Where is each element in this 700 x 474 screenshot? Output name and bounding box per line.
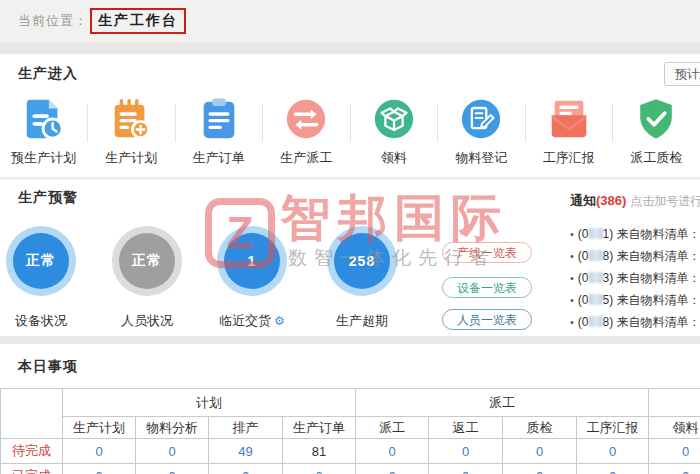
notice-item[interactable]: •(08) 来自物料清单：Su [570,311,700,333]
column-header: 返工 [429,417,503,439]
notice-hint: 点击加号进行通知 [630,194,700,208]
table-corner-cell [1,389,63,439]
document-edit-icon [458,96,504,142]
breadcrumb-prefix: 当前位置： [18,12,88,30]
gauge-near-delivery[interactable]: 1 临近交货⚙ [217,226,287,330]
entry-item-material-register[interactable]: 物料登记 [438,96,526,167]
separator-band [0,336,700,344]
entry-item-production-plan[interactable]: 生产计划 [88,96,176,167]
breadcrumb: 当前位置： 生产工作台 [0,0,700,42]
clipboard-icon [196,96,242,142]
today-section: 本日事项 计划 派工 生产计划 物料分析 排产 生产订单 派工 返工 质检 工序… [0,344,700,474]
pending-count-link[interactable]: 0 [136,439,209,464]
entry-item-label: 物料登记 [455,149,507,167]
masked-digits [589,316,603,327]
completed-count-link[interactable]: 0 [429,464,503,474]
gauge-value: 258 [334,233,390,289]
completed-count-link[interactable]: 0 [577,464,649,474]
notice-panel: 通知(386)点击加号进行通知 •(01) 来自物料清单：“飞 •(08) 来自… [570,192,700,333]
gauge-label: 人员状况 [121,312,173,330]
gauge-production-overdue[interactable]: 258 生产超期 [327,226,397,330]
gauge-label: 临近交货 [219,312,271,330]
completed-count-link[interactable]: 0 [136,464,209,474]
completed-count-link[interactable]: 0 [209,464,283,474]
entry-item-pre-production-plan[interactable]: 预生产计划 [0,96,88,167]
column-header: 领料 [649,417,700,439]
transfer-arrows-icon [283,96,329,142]
gauge-ring: 258 [327,226,397,296]
notice-item[interactable]: •(08) 来自物料清单：55 [570,245,700,267]
notice-count: (386) [596,193,626,208]
entry-item-label: 领料 [381,149,407,167]
pending-count: 81 [283,439,356,464]
pending-count-link[interactable]: 0 [356,439,429,464]
group-header-dispatch: 派工 [356,389,649,417]
pending-count-link[interactable]: 0 [63,439,136,464]
completed-count-link[interactable]: 0 [356,464,429,474]
personnel-list-button[interactable]: 人员一览表 [442,309,532,330]
gauge-ring: 1 [217,226,287,296]
row-label: 已完成 [1,464,63,474]
gauge-personnel-status[interactable]: 正常 人员状况 [112,226,182,330]
completed-count-link[interactable]: 0 [283,464,356,474]
bullet-icon: • [570,316,574,328]
group-header-plan: 计划 [63,389,356,417]
package-box-icon [371,96,417,142]
pending-count-link[interactable]: 0 [503,439,577,464]
entry-icon-row: 预生产计划 生产计划 生产订单 生产派工 领料 [0,96,700,167]
separator-band [0,42,700,54]
gauge-value: 正常 [119,233,175,289]
masked-digits [589,272,603,283]
row-label: 待完成 [1,439,63,464]
gauge-ring: 正常 [112,226,182,296]
entry-item-material-pick[interactable]: 领料 [350,96,438,167]
entry-item-label: 生产派工 [280,149,332,167]
gauge-value: 1 [224,233,280,289]
gauge-label: 设备状况 [15,312,67,330]
production-workbench-page: 当前位置： 生产工作台 生产进入 预计划 预生产计划 生产计划 生产订单 [0,0,700,474]
gear-icon[interactable]: ⚙ [274,315,285,327]
entry-item-process-report[interactable]: 工序汇报 [525,96,613,167]
masked-digits [589,250,603,261]
today-section-title: 本日事项 [18,358,78,376]
bullet-icon: • [570,228,574,240]
pending-count-link[interactable]: 0 [649,439,700,464]
production-line-list-button[interactable]: 产线一览表 [442,242,532,263]
mail-report-icon [546,96,592,142]
notice-item[interactable]: •(05) 来自物料清单：1/ [570,289,700,311]
pending-count-link[interactable]: 49 [209,439,283,464]
entry-item-label: 预生产计划 [11,149,76,167]
masked-digits [589,228,603,239]
table-row-pending: 待完成 0 0 49 81 0 0 0 0 0 [1,439,700,464]
pending-count-link[interactable]: 0 [429,439,503,464]
pre-plan-button[interactable]: 预计划 [664,62,700,86]
entry-item-dispatch-qc[interactable]: 派工质检 [613,96,700,167]
column-header: 生产计划 [63,417,136,439]
column-header: 质检 [503,417,577,439]
notepad-plus-icon [108,96,154,142]
today-table: 计划 派工 生产计划 物料分析 排产 生产订单 派工 返工 质检 工序汇报 领料… [0,388,700,474]
notice-item[interactable]: •(01) 来自物料清单：“飞 [570,223,700,245]
bullet-icon: • [570,294,574,306]
gauge-equipment-status[interactable]: 正常 设备状况 [6,226,76,330]
entry-item-label: 工序汇报 [543,149,595,167]
gauge-ring: 正常 [6,226,76,296]
entry-section-title: 生产进入 [18,65,78,83]
completed-count-link[interactable]: 0 [649,464,700,474]
column-header: 排产 [209,417,283,439]
gauge-label: 生产超期 [336,312,388,330]
equipment-list-button[interactable]: 设备一览表 [442,277,532,298]
bullet-icon: • [570,250,574,262]
column-header: 物料分析 [136,417,209,439]
completed-count-link[interactable]: 0 [503,464,577,474]
warning-section-title: 生产预警 [18,189,78,207]
entry-item-production-dispatch[interactable]: 生产派工 [263,96,351,167]
completed-count-link[interactable]: 0 [63,464,136,474]
notice-item[interactable]: •(03) 来自物料清单：55 [570,267,700,289]
doc-clock-icon [21,96,67,142]
separator-line [0,177,700,180]
masked-digits [589,294,603,305]
pending-count-link[interactable]: 0 [577,439,649,464]
entry-item-production-order[interactable]: 生产订单 [175,96,263,167]
column-header: 派工 [356,417,429,439]
